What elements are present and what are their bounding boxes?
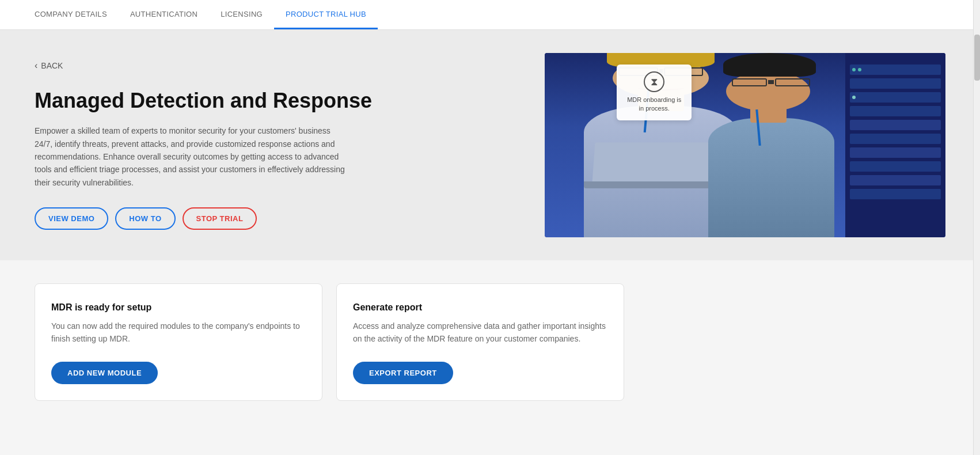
report-card: Generate report Access and analyze compr… — [336, 283, 624, 401]
report-card-title: Generate report — [353, 302, 607, 313]
hero-title: Managed Detection and Response — [35, 88, 380, 113]
tab-licensing[interactable]: LICENSING — [209, 1, 274, 29]
tab-product-trial-hub[interactable]: PRODUCT TRIAL HUB — [274, 1, 378, 29]
hourglass-icon: ⧗ — [644, 71, 664, 92]
badge-text: MDR onboarding is in process. — [626, 96, 682, 113]
setup-card-description: You can now add the required modules to … — [51, 320, 306, 346]
tab-company-details[interactable]: COMPANY DETAILS — [23, 1, 119, 29]
tab-authentication[interactable]: AUTHENTICATION — [119, 1, 209, 29]
stop-trial-button[interactable]: STOP TRIAL — [183, 207, 257, 230]
hero-section: ‹ BACK Managed Detection and Response Em… — [0, 30, 980, 260]
how-to-button[interactable]: HOW TO — [115, 207, 175, 230]
scrollbar-track[interactable] — [973, 0, 980, 455]
main-content: MDR is ready for setup You can now add t… — [0, 260, 980, 424]
setup-card: MDR is ready for setup You can now add t… — [35, 283, 322, 401]
hero-image: ⧗ MDR onboarding is in process. — [545, 53, 945, 237]
add-new-module-button[interactable]: ADD NEW MODULE — [51, 362, 158, 384]
export-report-button[interactable]: EXPORT REPORT — [353, 362, 453, 384]
view-demo-button[interactable]: VIEW DEMO — [35, 207, 108, 230]
chevron-left-icon: ‹ — [35, 60, 37, 71]
cards-row: MDR is ready for setup You can now add t… — [35, 283, 945, 401]
report-card-description: Access and analyze comprehensive data an… — [353, 320, 607, 346]
setup-card-title: MDR is ready for setup — [51, 302, 306, 313]
onboarding-badge: ⧗ MDR onboarding is in process. — [617, 65, 692, 120]
back-label: BACK — [41, 61, 63, 70]
hero-buttons: VIEW DEMO HOW TO STOP TRIAL — [35, 207, 380, 230]
hero-image-placeholder: ⧗ MDR onboarding is in process. — [545, 53, 945, 237]
scrollbar-thumb[interactable] — [974, 35, 980, 81]
hero-description: Empower a skilled team of experts to mon… — [35, 124, 345, 189]
navigation-tabs: COMPANY DETAILS AUTHENTICATION LICENSING… — [0, 0, 980, 30]
hero-content: ‹ BACK Managed Detection and Response Em… — [35, 60, 380, 230]
back-link[interactable]: ‹ BACK — [35, 60, 380, 71]
